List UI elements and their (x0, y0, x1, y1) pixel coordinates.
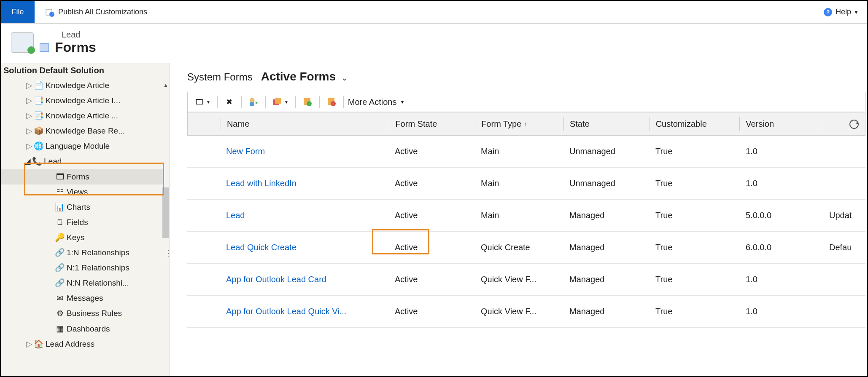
row-form-type: Main (475, 211, 563, 220)
col-version[interactable]: Version (739, 117, 823, 131)
row-customizable: True (650, 179, 740, 188)
publish-label: Publish All Customizations (58, 8, 147, 16)
tree-label: Messages (67, 291, 103, 306)
main-content: ⋮ System Forms Active Forms ⌄ 🗔▼ ✖ ▼ (170, 63, 867, 376)
splitter-handle[interactable]: ⋮ (164, 249, 171, 258)
row-name-link[interactable]: App for Outlook Lead Card (220, 275, 389, 284)
view-selector-row: System Forms Active Forms ⌄ (187, 70, 867, 83)
tree-node-knowledge-base-re[interactable]: ▷📦Knowledge Base Re... (1, 123, 163, 139)
tree-label: N:N Relationshi... (67, 275, 129, 291)
publish-all-button[interactable]: Publish All Customizations (35, 1, 147, 23)
relation-icon: 🔗 (56, 249, 64, 257)
tree-child-business-rules[interactable]: ⚙Business Rules (1, 306, 163, 321)
row-form-state: Active (389, 211, 475, 220)
keys-icon: 🔑 (56, 233, 64, 242)
svg-point-4 (250, 98, 254, 102)
tree-node-language-module[interactable]: ▷🌐Language Module (1, 139, 163, 154)
tree-child-charts[interactable]: 📊Charts (1, 200, 163, 215)
refresh-icon (849, 119, 860, 130)
table-row[interactable]: Lead Quick CreateActiveQuick CreateManag… (187, 232, 865, 264)
tree-node-knowledge-article[interactable]: ▷📄Knowledge Article (1, 78, 163, 93)
tree-child-fields[interactable]: 🗒Fields (1, 215, 163, 230)
tree-child-1n[interactable]: 🔗1:N Relationships (1, 245, 163, 260)
delete-button[interactable]: ✖ (222, 95, 237, 109)
col-form-state[interactable]: Form State (389, 117, 475, 131)
row-name-link[interactable]: Lead with LinkedIn (220, 179, 389, 188)
tree-label: Knowledge Base Re... (46, 123, 125, 139)
file-menu-button[interactable]: File (1, 1, 35, 23)
tree-node-knowledge-article-dots[interactable]: ▷📑Knowledge Article ... (1, 108, 163, 123)
tree-child-messages[interactable]: ✉Messages (1, 291, 163, 306)
svg-point-12 (850, 120, 858, 128)
activate-button[interactable] (300, 95, 315, 109)
svg-text:?: ? (826, 9, 830, 16)
tree-label: Dashboards (67, 321, 110, 337)
table-row[interactable]: App for Outlook Lead Quick Vi...ActiveQu… (187, 296, 865, 328)
ribbon: File Publish All Customizations ? Help ▼ (1, 1, 867, 24)
more-actions-menu[interactable]: More Actions ▼ (348, 97, 405, 107)
row-name-link[interactable]: Lead (220, 211, 389, 220)
entity-tree: ▲ ▷📄Knowledge Article ▷📑Knowledge Articl… (1, 78, 169, 352)
tree-child-forms[interactable]: 🗔Forms (1, 169, 163, 184)
chevron-down-icon: ▼ (854, 9, 859, 15)
tree-node-knowledge-article-i[interactable]: ▷📑Knowledge Article I... (1, 93, 163, 108)
deactivate-icon (326, 97, 337, 107)
row-customizable: True (650, 307, 740, 316)
tree-child-nn[interactable]: 🔗N:N Relationshi... (1, 275, 163, 291)
tree-label: Lead (44, 154, 62, 169)
row-form-type: Main (475, 179, 563, 188)
row-form-type: Main (475, 147, 563, 156)
row-name-link[interactable]: App for Outlook Lead Quick Vi... (220, 307, 389, 316)
tree-child-keys[interactable]: 🔑Keys (1, 230, 163, 245)
table-row[interactable]: App for Outlook Lead CardActiveQuick Vie… (187, 264, 865, 296)
row-customizable: True (650, 243, 740, 252)
col-form-type[interactable]: Form Type↑ (475, 117, 563, 131)
grid-toolbar: 🗔▼ ✖ ▼ More Actions ▼ (187, 92, 865, 112)
col-customizable[interactable]: Customizable (650, 117, 740, 131)
tree-child-n1[interactable]: 🔗N:1 Relationships (1, 260, 163, 275)
col-name[interactable]: Name (221, 117, 389, 131)
form-order-button[interactable]: ▼ (270, 95, 291, 109)
row-state: Unmanaged (563, 179, 650, 188)
col-state[interactable]: State (563, 117, 650, 131)
row-state: Managed (563, 211, 650, 220)
view-selector[interactable]: Active Forms ⌄ (261, 70, 347, 83)
solution-sidebar: Solution Default Solution ▲ ▷📄Knowledge … (1, 63, 170, 376)
row-name-link[interactable]: Lead Quick Create (220, 243, 389, 252)
row-form-type: Quick Create (475, 243, 563, 252)
deactivate-button[interactable] (324, 95, 339, 109)
help-menu[interactable]: ? Help ▼ (823, 1, 867, 23)
table-row[interactable]: Lead with LinkedInActiveMainUnmanagedTru… (187, 168, 865, 200)
tree-label: 1:N Relationships (67, 245, 129, 260)
delete-icon: ✖ (224, 97, 235, 107)
view-selected-label: Active Forms (261, 70, 336, 83)
chevron-down-icon: ⌄ (342, 75, 347, 82)
row-state: Unmanaged (563, 147, 650, 156)
tree-label: Knowledge Article ... (46, 108, 118, 123)
row-customizable: True (650, 211, 740, 220)
row-form-state: Active (389, 275, 475, 284)
tree-node-lead[interactable]: ◢📞Lead (1, 154, 163, 169)
table-row[interactable]: New FormActiveMainUnmanagedTrue1.0 (187, 136, 865, 168)
row-form-state: Active (389, 179, 475, 188)
tree-child-dashboards[interactable]: ▦Dashboards (1, 321, 163, 337)
views-icon: ☷ (56, 188, 64, 196)
scroll-up-icon[interactable]: ▲ (162, 80, 169, 87)
business-rules-icon: ⚙ (56, 309, 64, 318)
table-row[interactable]: LeadActiveMainManagedTrue5.0.0.0Updat (187, 200, 865, 232)
row-description: Defau (823, 243, 865, 252)
chevron-down-icon: ▼ (400, 99, 404, 104)
new-button[interactable]: 🗔▼ (192, 95, 213, 109)
publish-icon (45, 7, 55, 17)
new-icon: 🗔 (194, 97, 205, 107)
col-checkbox[interactable] (188, 117, 221, 131)
enable-security-button[interactable] (246, 95, 261, 109)
tree-child-views[interactable]: ☷Views (1, 184, 163, 200)
refresh-button[interactable] (846, 117, 862, 132)
row-version: 1.0 (740, 275, 823, 284)
row-name-link[interactable]: New Form (220, 147, 389, 156)
view-category-label: System Forms (187, 71, 253, 83)
row-version: 1.0 (740, 179, 823, 188)
tree-node-lead-address[interactable]: ▷🏠Lead Address (1, 337, 163, 352)
scrollbar-thumb[interactable] (162, 187, 169, 238)
